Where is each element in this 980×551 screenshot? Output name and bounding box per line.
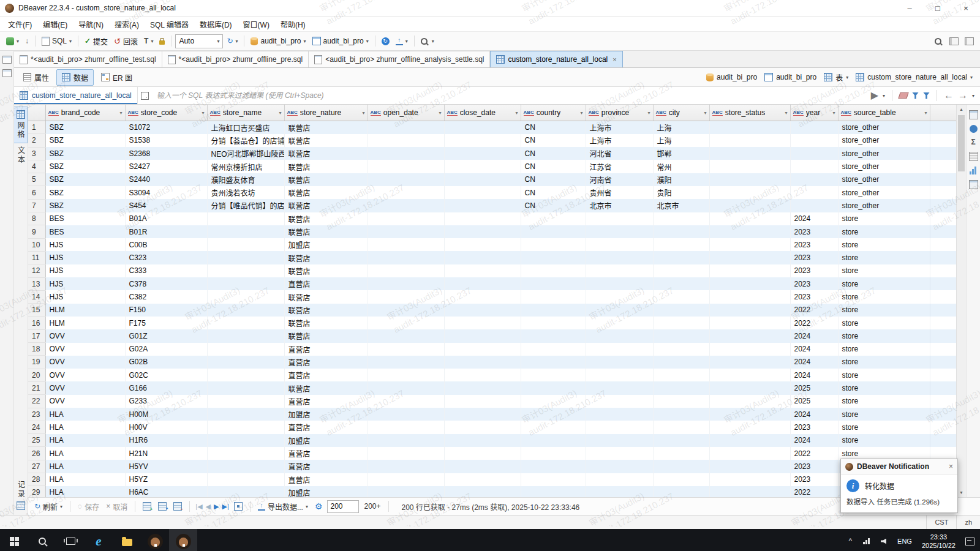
column-header[interactable]: ABCstore_status▾ [709, 105, 790, 121]
grid-cell[interactable]: 直营店 [284, 395, 368, 408]
grid-cell[interactable] [207, 460, 284, 473]
grid-cell[interactable] [368, 434, 444, 447]
menu-item[interactable]: 窗口(W) [238, 17, 275, 31]
grid-cell[interactable] [207, 447, 284, 460]
grid-cell[interactable] [207, 381, 284, 394]
grid-cell[interactable] [444, 434, 521, 447]
filter-dropdown-icon[interactable]: ▾ [832, 110, 835, 116]
grid-cell[interactable]: HLA [45, 408, 125, 421]
grid-cell[interactable] [709, 304, 790, 317]
taskbar-dbeaver-button[interactable] [141, 529, 169, 551]
grid-cell[interactable]: 直营店 [284, 369, 368, 381]
grid-cell[interactable]: 联营店 [284, 147, 368, 160]
grid-cell[interactable] [368, 473, 444, 486]
aggregate-panel-icon[interactable]: Σ [970, 138, 978, 146]
grid-cell[interactable] [586, 343, 653, 356]
grid-cell[interactable] [207, 317, 284, 329]
grid-cell[interactable] [586, 434, 653, 447]
grid-cell[interactable] [521, 460, 586, 473]
grid-cell[interactable]: 联营店 [284, 225, 368, 238]
grid-cell[interactable]: CN [521, 160, 586, 173]
grid-cell[interactable]: HJS [45, 251, 125, 264]
grid-cell[interactable] [709, 460, 790, 473]
grid-cell[interactable]: store [838, 421, 930, 433]
menu-item[interactable]: SQL 编辑器 [145, 17, 194, 31]
tab-text-view[interactable]: 文本 [14, 143, 28, 168]
grid-cell[interactable] [444, 317, 521, 329]
grid-cell[interactable]: store [838, 381, 930, 394]
grid-cell[interactable]: store [838, 408, 930, 421]
tab-grid-view[interactable]: 网格 [14, 107, 28, 143]
context-item[interactable]: custom_store_nature_all_local▾ [856, 73, 973, 81]
fetch-more-button[interactable]: 200+ [362, 501, 382, 512]
grid-cell[interactable] [521, 421, 586, 433]
grid-cell[interactable] [653, 421, 709, 433]
grid-cell[interactable]: HJS [45, 277, 125, 290]
grid-cell[interactable] [653, 304, 709, 317]
context-item[interactable]: audit_bi_pro [706, 73, 757, 81]
row-number[interactable]: 27 [28, 460, 45, 473]
grid-cell[interactable] [709, 160, 790, 173]
grid-cell[interactable]: store [838, 290, 930, 303]
grid-cell[interactable] [709, 434, 790, 447]
filter-icon[interactable] [912, 92, 919, 99]
grid-cell[interactable] [653, 212, 709, 225]
grid-cell[interactable] [207, 486, 284, 497]
grid-cell[interactable]: 北京市 [586, 199, 653, 212]
grid-cell[interactable]: 2023 [790, 290, 838, 303]
connection-selector[interactable]: audit_bi_pro▾ [248, 34, 308, 48]
editor-tab[interactable]: <audit_bi_pro> zhumr_offline_analysis_se… [309, 51, 490, 67]
goto-row-button[interactable] [232, 501, 244, 512]
grid-cell[interactable]: SBZ [45, 160, 125, 173]
grid-cell[interactable] [790, 160, 838, 173]
grid-cell[interactable] [368, 408, 444, 421]
add-row-button[interactable]: + [141, 501, 153, 512]
grid-cell[interactable]: 直营店 [284, 460, 368, 473]
grid-cell[interactable]: store_other [838, 121, 930, 134]
grid-cell[interactable]: SBZ [45, 199, 125, 212]
grid-cell[interactable]: HLA [45, 486, 125, 497]
grid-cell[interactable] [368, 381, 444, 394]
grid-cell[interactable]: 2023 [790, 251, 838, 264]
row-number[interactable]: 2 [28, 134, 45, 147]
grid-cell[interactable]: store [838, 264, 930, 277]
grid-cell[interactable]: C333 [125, 264, 207, 277]
grid-cell[interactable] [586, 251, 653, 264]
filter-dropdown-icon[interactable]: ▾ [439, 110, 441, 116]
row-number[interactable]: 3 [28, 147, 45, 160]
grid-cell[interactable]: SBZ [45, 147, 125, 160]
grid-cell[interactable] [444, 147, 521, 160]
tray-language[interactable]: ENG [892, 529, 918, 551]
grid-cell[interactable]: B01R [125, 225, 207, 238]
commit-button[interactable]: ✓提交 [82, 34, 110, 48]
grid-cell[interactable]: store [838, 395, 930, 408]
grid-cell[interactable]: store [838, 238, 930, 251]
grid-cell[interactable]: store [838, 317, 930, 329]
grid-cell[interactable]: HLA [45, 421, 125, 433]
grid-cell[interactable] [521, 264, 586, 277]
grid-cell[interactable]: OVV [45, 381, 125, 394]
grid-cell[interactable] [444, 447, 521, 460]
grid-cell[interactable]: H21N [125, 447, 207, 460]
grid-cell[interactable] [521, 486, 586, 497]
grid-cell[interactable] [207, 264, 284, 277]
grid-cell[interactable]: C378 [125, 277, 207, 290]
grid-cell[interactable] [521, 225, 586, 238]
grid-cell[interactable] [368, 160, 444, 173]
grid-cell[interactable]: 2022 [790, 447, 838, 460]
grid-cell[interactable] [368, 329, 444, 342]
column-header[interactable]: ABCopen_date▾ [368, 105, 444, 121]
calc-panel-icon[interactable] [970, 125, 978, 133]
fetch-size-input[interactable] [327, 500, 359, 513]
grid-cell[interactable]: 联营店 [284, 121, 368, 134]
grid-cell[interactable] [586, 356, 653, 369]
grid-cell[interactable] [586, 304, 653, 317]
column-header[interactable]: ABCbrand_code▾ [45, 105, 125, 121]
grid-cell[interactable]: store_other [838, 173, 930, 186]
references-panel-icon[interactable] [969, 180, 978, 189]
grid-cell[interactable]: 上海市 [586, 134, 653, 147]
grid-cell[interactable]: SBZ [45, 173, 125, 186]
grid-cell[interactable]: 2025 [790, 395, 838, 408]
grid-cell[interactable] [586, 460, 653, 473]
grid-cell[interactable] [709, 290, 790, 303]
